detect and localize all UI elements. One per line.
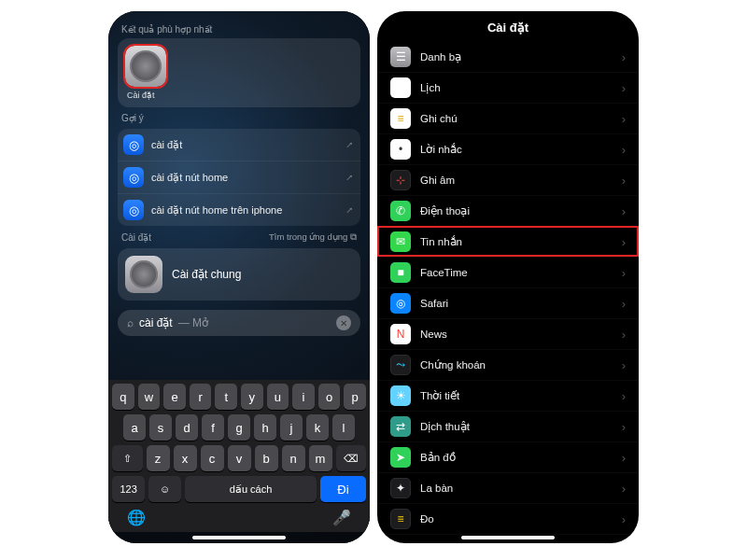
suggestions-list: ◎cài đặt→◎cài đặt nút home→◎cài đặt nút …	[118, 129, 360, 226]
settings-row-lời-nhắc[interactable]: •Lời nhắc›	[377, 133, 639, 164]
key-z[interactable]: z	[147, 445, 170, 471]
settings-row-chứng-khoán[interactable]: ⤳Chứng khoán›	[377, 349, 639, 380]
settings-row-bản-đồ[interactable]: ➤Bản đồ›	[377, 441, 639, 472]
key-123[interactable]: 123	[112, 476, 145, 502]
settings-row-label: FaceTime	[420, 267, 613, 278]
home-indicator[interactable]	[192, 536, 286, 539]
chevron-right-icon: ›	[622, 112, 626, 126]
app-icon: ▦	[390, 77, 411, 98]
key-o[interactable]: o	[318, 384, 341, 410]
arrow-icon: →	[341, 169, 358, 186]
key-space[interactable]: dấu cách	[185, 476, 317, 502]
app-icon: ⤳	[390, 355, 411, 375]
suggestion-label: cài đặt nút home trên iphone	[151, 204, 336, 217]
suggestion-row[interactable]: ◎cài đặt nút home trên iphone→	[118, 193, 360, 226]
key-k[interactable]: k	[306, 414, 329, 441]
settings-row-lịch[interactable]: ▦Lịch›	[377, 72, 639, 103]
suggestion-row[interactable]: ◎cài đặt→	[118, 129, 360, 161]
settings-row-la-bàn[interactable]: ✦La bàn›	[377, 472, 639, 503]
key-i[interactable]: i	[292, 384, 315, 410]
key-shift[interactable]: ⇧	[112, 445, 143, 471]
app-icon: ✉	[390, 231, 411, 252]
key-r[interactable]: r	[190, 384, 212, 410]
key-l[interactable]: l	[332, 414, 355, 441]
key-x[interactable]: x	[174, 445, 197, 471]
app-icon: ☰	[390, 47, 411, 67]
key-p[interactable]: p	[344, 384, 366, 410]
key-f[interactable]: f	[202, 414, 224, 441]
search-icon: ⌕	[127, 316, 134, 329]
chevron-right-icon: ›	[622, 512, 626, 526]
keyboard[interactable]: qwertyuiop asdfghjkl ⇧zxcvbnm⌫ 123☺dấu c…	[108, 380, 370, 532]
key-d[interactable]: d	[176, 414, 198, 441]
app-icon: ☀	[390, 385, 411, 406]
phone-left-spotlight: Kết quả phù hợp nhất Cài đặt Gợi ý ◎cài …	[108, 11, 370, 543]
suggestion-row[interactable]: ◎cài đặt nút home→	[118, 161, 360, 193]
top-hit-card[interactable]: Cài đặt	[118, 38, 360, 107]
settings-row-label: Danh bạ	[420, 50, 613, 63]
key-b[interactable]: b	[255, 445, 278, 471]
clear-icon[interactable]: ✕	[336, 315, 351, 330]
safari-icon: ◎	[123, 134, 144, 155]
key-g[interactable]: g	[228, 414, 250, 441]
key-delete[interactable]: ⌫	[336, 445, 367, 471]
settings-row-danh-bạ[interactable]: ☰Danh bạ›	[377, 42, 639, 72]
app-icon: ✦	[390, 478, 411, 498]
settings-row-news[interactable]: NNews›	[377, 318, 639, 349]
globe-icon[interactable]: 🌐	[127, 509, 146, 526]
settings-row-đo[interactable]: ≡Đo›	[377, 503, 639, 534]
key-y[interactable]: y	[241, 384, 263, 410]
settings-row-facetime[interactable]: ■FaceTime›	[377, 257, 639, 287]
settings-row-label: Tin nhắn	[420, 235, 613, 248]
arrow-icon: →	[341, 136, 358, 153]
key-c[interactable]: c	[201, 445, 224, 471]
app-icon: ■	[390, 262, 411, 283]
chevron-right-icon: ›	[622, 451, 626, 465]
app-icon: ➤	[390, 447, 411, 468]
key-a[interactable]: a	[123, 414, 146, 441]
key-q[interactable]: q	[112, 384, 134, 410]
settings-row-label: Chứng khoán	[420, 358, 613, 371]
settings-row-ghi-âm[interactable]: ⊹Ghi âm›	[377, 164, 639, 195]
key-s[interactable]: s	[149, 414, 172, 441]
key-u[interactable]: u	[267, 384, 289, 410]
key-j[interactable]: j	[280, 414, 303, 441]
settings-row-điện-thoại[interactable]: ✆Điện thoại›	[377, 195, 639, 226]
chevron-right-icon: ›	[622, 174, 626, 188]
settings-app-icon[interactable]	[125, 46, 166, 87]
settings-row-tin-nhắn[interactable]: ✉Tin nhắn›	[377, 226, 639, 257]
key-emoji[interactable]: ☺	[148, 476, 181, 502]
key-t[interactable]: t	[215, 384, 237, 410]
search-field[interactable]: ⌕ cài đặt — Mở ✕	[118, 310, 360, 336]
settings-row-label: Safari	[420, 298, 613, 309]
inapp-result-label: Cài đặt chung	[172, 268, 241, 281]
key-w[interactable]: w	[138, 384, 161, 410]
settings-row-safari[interactable]: ◎Safari›	[377, 287, 639, 318]
key-go[interactable]: Đi	[320, 476, 366, 502]
home-indicator[interactable]	[461, 536, 555, 539]
settings-row-thời-tiết[interactable]: ☀Thời tiết›	[377, 380, 639, 411]
chevron-right-icon: ›	[622, 204, 626, 218]
settings-row-label: Điện thoại	[420, 204, 613, 217]
settings-row-label: Ghi âm	[420, 175, 613, 186]
settings-row-label: Thời tiết	[420, 389, 613, 402]
mic-icon[interactable]: 🎤	[332, 509, 351, 526]
key-m[interactable]: m	[309, 445, 332, 471]
section-label-best-match: Kết quả phù hợp nhất	[121, 24, 357, 35]
settings-row-label: News	[420, 329, 613, 340]
safari-icon: ◎	[123, 167, 144, 188]
search-in-app-link[interactable]: Tìm trong ứng dụng ⧉	[269, 231, 357, 243]
app-icon: ✆	[390, 201, 411, 221]
chevron-right-icon: ›	[622, 266, 626, 280]
app-icon: N	[390, 324, 411, 344]
key-n[interactable]: n	[282, 445, 305, 471]
settings-row-dịch-thuật[interactable]: ⇄Dịch thuật›	[377, 411, 639, 441]
chevron-right-icon: ›	[622, 420, 626, 434]
section-label-inapp: Cài đặt Tìm trong ứng dụng ⧉	[121, 231, 357, 243]
key-h[interactable]: h	[254, 414, 276, 441]
settings-row-ghi-chú[interactable]: ≡Ghi chú›	[377, 103, 639, 133]
key-e[interactable]: e	[163, 384, 186, 410]
key-v[interactable]: v	[228, 445, 251, 471]
app-icon: ≡	[390, 509, 411, 529]
inapp-result[interactable]: Cài đặt chung	[118, 248, 360, 301]
